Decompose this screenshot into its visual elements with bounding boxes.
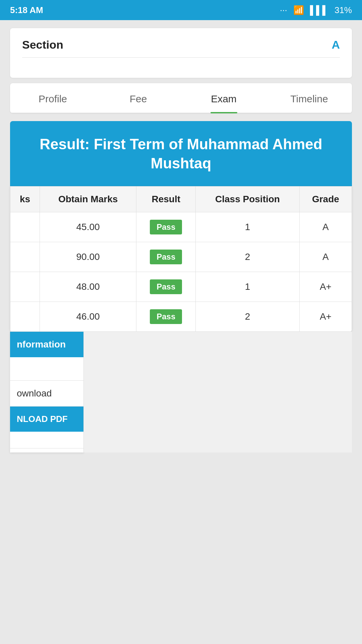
cell-grade-0: A — [299, 212, 352, 242]
tabs-card: Profile Fee Exam Timeline — [10, 83, 352, 113]
info-header: nformation — [10, 332, 83, 357]
info-spacer — [10, 357, 83, 381]
pass-badge-1: Pass — [150, 250, 182, 264]
time-display: 5:18 AM — [10, 5, 43, 15]
cell-position-3: 2 — [196, 302, 300, 332]
col-class-position: Class Position — [196, 186, 300, 212]
col-ks: ks — [10, 186, 40, 212]
download-label: ownload — [10, 381, 83, 407]
dots-icon: ··· — [280, 5, 287, 15]
tab-profile[interactable]: Profile — [10, 83, 96, 113]
cell-marks-3: 46.00 — [40, 302, 136, 332]
table-row: 46.00 Pass 2 A+ — [10, 302, 352, 332]
result-table-wrapper: ks Obtain Marks Result Class Position Gr… — [10, 186, 352, 332]
result-header: Result: First Term of Muhammad Ahmed Mus… — [10, 121, 352, 186]
status-icons: ··· 📶 ▌▌▌ 31% — [280, 5, 352, 15]
download-pdf-button[interactable]: NLOAD PDF — [10, 407, 83, 432]
cell-ks-3 — [10, 302, 40, 332]
left-panel: nformation ownload NLOAD PDF — [10, 332, 84, 452]
cell-position-2: 1 — [196, 272, 300, 302]
cell-result-0: Pass — [136, 212, 196, 242]
section-value: A — [331, 38, 340, 51]
tabs-container: Profile Fee Exam Timeline — [10, 83, 352, 113]
cell-grade-2: A+ — [299, 272, 352, 302]
status-bar: 5:18 AM ··· 📶 ▌▌▌ 31% — [0, 0, 362, 20]
table-row: 45.00 Pass 1 A — [10, 212, 352, 242]
pass-badge-2: Pass — [150, 279, 182, 294]
btn-spacer — [10, 432, 83, 448]
pass-badge-3: Pass — [150, 309, 182, 324]
cell-marks-1: 90.00 — [40, 242, 136, 272]
cell-position-0: 1 — [196, 212, 300, 242]
pass-badge-0: Pass — [150, 220, 182, 234]
tab-exam[interactable]: Exam — [181, 83, 266, 113]
wifi-icon: 📶 — [293, 5, 304, 15]
bottom-section: nformation ownload NLOAD PDF — [10, 332, 352, 452]
table-header-row: ks Obtain Marks Result Class Position Gr… — [10, 186, 352, 212]
battery-display: 31% — [335, 5, 352, 15]
col-result: Result — [136, 186, 196, 212]
cell-position-1: 2 — [196, 242, 300, 272]
cell-ks-0 — [10, 212, 40, 242]
cell-ks-2 — [10, 272, 40, 302]
result-table: ks Obtain Marks Result Class Position Gr… — [10, 186, 352, 332]
right-panel — [84, 332, 352, 452]
section-card: Section A — [10, 28, 352, 78]
col-grade: Grade — [299, 186, 352, 212]
cell-marks-0: 45.00 — [40, 212, 136, 242]
tab-timeline[interactable]: Timeline — [266, 83, 352, 113]
cell-result-3: Pass — [136, 302, 196, 332]
cell-result-1: Pass — [136, 242, 196, 272]
cell-marks-2: 48.00 — [40, 272, 136, 302]
cell-ks-1 — [10, 242, 40, 272]
table-row: 48.00 Pass 1 A+ — [10, 272, 352, 302]
section-label: Section — [22, 38, 63, 51]
result-title: Result: First Term of Muhammad Ahmed Mus… — [20, 135, 342, 173]
cell-grade-3: A+ — [299, 302, 352, 332]
content-area: Result: First Term of Muhammad Ahmed Mus… — [0, 121, 362, 466]
col-obtain-marks: Obtain Marks — [40, 186, 136, 212]
cell-result-2: Pass — [136, 272, 196, 302]
cell-grade-1: A — [299, 242, 352, 272]
tab-fee[interactable]: Fee — [96, 83, 181, 113]
signal-icon: ▌▌▌ — [310, 5, 328, 15]
table-row: 90.00 Pass 2 A — [10, 242, 352, 272]
